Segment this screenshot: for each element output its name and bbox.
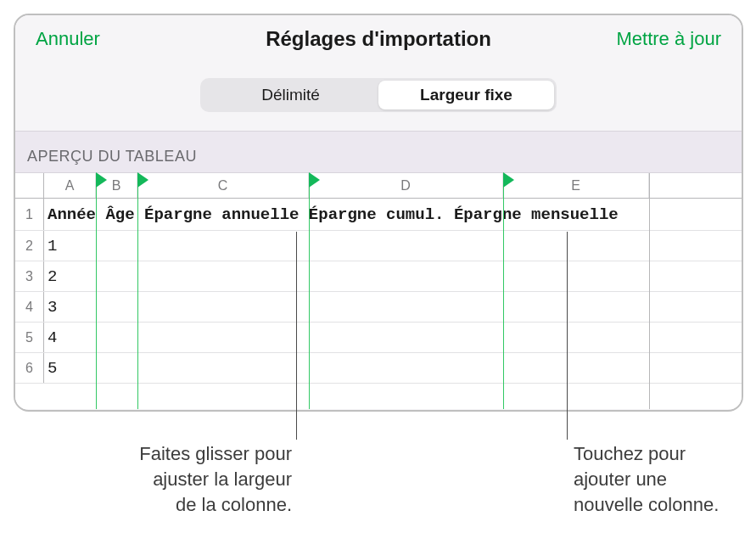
table-preview[interactable]: A B C D E 1 Année Âge Épargne annuelle É… — [15, 173, 742, 409]
column-headers-row: A B C D E — [15, 173, 742, 199]
callout-line: ajouter une — [574, 468, 667, 490]
row-cells: 5 — [44, 353, 742, 383]
row-cells: 2 — [44, 261, 742, 291]
header-row-text: Année Âge Épargne annuelle Épargne cumul… — [44, 205, 619, 224]
table-row: 4 3 — [15, 292, 742, 323]
column-separator[interactable] — [96, 173, 97, 409]
callout-line: de la colonne. — [176, 494, 292, 515]
dialog-header: Annuler Réglages d'importation Mettre à … — [15, 15, 742, 63]
row-number: 3 — [15, 261, 44, 291]
tab-switcher: Délimité Largeur fixe — [200, 78, 557, 112]
cancel-button[interactable]: Annuler — [36, 28, 100, 50]
row-number: 5 — [15, 323, 44, 352]
column-separator[interactable] — [137, 173, 138, 409]
cell-value: 2 — [44, 267, 57, 286]
dialog-title: Réglages d'importation — [266, 27, 491, 51]
row-cells: Année Âge Épargne annuelle Épargne cumul… — [44, 199, 742, 230]
tab-delimited[interactable]: Délimité — [203, 81, 378, 109]
callout-drag-to-adjust: Faites glisser pour ajuster la largeur d… — [72, 441, 292, 518]
cell-value: 1 — [44, 237, 57, 255]
column-header[interactable]: E — [503, 173, 649, 198]
cell-value: 4 — [44, 328, 57, 347]
callout-line: Touchez pour — [574, 443, 686, 464]
column-separator-handle-triangle-icon[interactable] — [96, 172, 107, 188]
update-button[interactable]: Mettre à jour — [617, 28, 722, 50]
callout-line: ajuster la largeur — [153, 468, 292, 490]
row-cells: 4 — [44, 323, 742, 352]
column-separator-handle-triangle-icon[interactable] — [309, 172, 320, 188]
cell-value: 5 — [44, 359, 57, 378]
table-right-edge — [649, 173, 650, 409]
row-number: 6 — [15, 353, 44, 383]
callout-tap-to-add: Touchez pour ajouter une nouvelle colonn… — [574, 441, 752, 518]
column-header[interactable]: C — [137, 173, 309, 198]
column-separator[interactable] — [309, 173, 310, 409]
row-cells: 3 — [44, 292, 742, 322]
callout-line: nouvelle colonne. — [574, 494, 719, 515]
tab-switcher-wrap: Délimité Largeur fixe — [15, 63, 742, 131]
preview-section-header: APERÇU DU TABLEAU — [15, 131, 742, 173]
callout-line: Faites glisser pour — [139, 443, 292, 464]
table-row: 6 5 — [15, 353, 742, 384]
column-separator-handle-triangle-icon[interactable] — [137, 172, 148, 188]
column-separator[interactable] — [503, 173, 504, 409]
column-header[interactable]: A — [44, 173, 96, 198]
row-number: 2 — [15, 231, 44, 261]
import-settings-dialog: Annuler Réglages d'importation Mettre à … — [14, 14, 743, 412]
table-row: 1 Année Âge Épargne annuelle Épargne cum… — [15, 199, 742, 231]
column-separator-handle-triangle-icon[interactable] — [503, 172, 514, 188]
table-row: 3 2 — [15, 261, 742, 292]
table-row: 2 1 — [15, 231, 742, 261]
row-number: 1 — [15, 199, 44, 230]
tab-fixed-width[interactable]: Largeur fixe — [378, 81, 554, 109]
column-header[interactable]: D — [309, 173, 503, 198]
table-row: 5 4 — [15, 323, 742, 353]
row-cells: 1 — [44, 231, 742, 261]
corner-cell — [15, 173, 44, 198]
cell-value: 3 — [44, 298, 57, 317]
row-number: 4 — [15, 292, 44, 322]
table-rows: 1 Année Âge Épargne annuelle Épargne cum… — [15, 199, 742, 384]
